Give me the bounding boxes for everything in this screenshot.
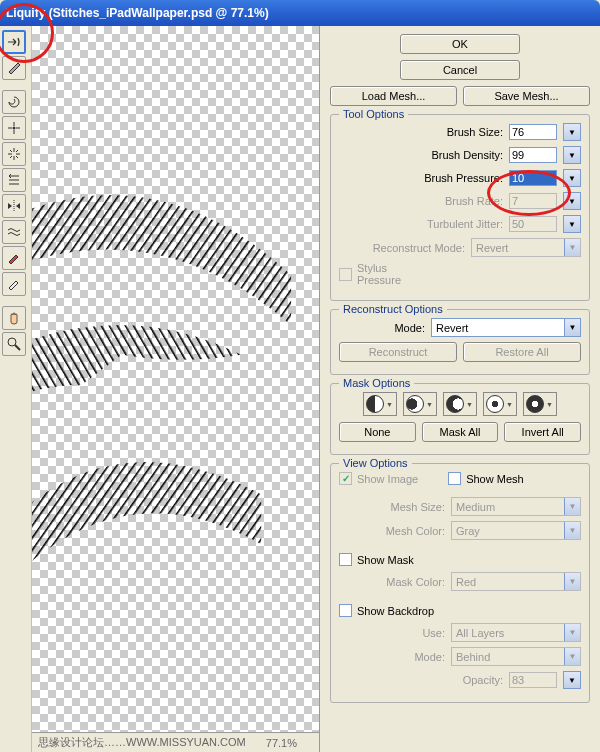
forward-warp-tool[interactable] <box>2 30 26 54</box>
save-mesh-button[interactable]: Save Mesh... <box>463 86 590 106</box>
mask-options-group: Mask Options ▼ ▼ ▼ ▼ ▼ None Mask All Inv… <box>330 383 590 455</box>
mask-invert-icon[interactable]: ▼ <box>523 392 557 416</box>
turbulent-jitter-label: Turbulent Jitter: <box>339 218 503 230</box>
restore-all-button: Restore All <box>463 342 581 362</box>
mesh-size-select: Medium▼ <box>451 497 581 516</box>
bloat-tool[interactable] <box>2 142 26 166</box>
svg-point-0 <box>13 127 16 130</box>
brush-density-label: Brush Density: <box>339 149 503 161</box>
show-backdrop-label: Show Backdrop <box>357 605 434 617</box>
brush-pressure-dd[interactable]: ▼ <box>563 169 581 187</box>
brush-density-input[interactable] <box>509 147 557 163</box>
mask-subtract-icon[interactable]: ▼ <box>443 392 477 416</box>
turbulence-tool[interactable] <box>2 220 26 244</box>
opacity-input <box>509 672 557 688</box>
canvas-content <box>32 26 319 744</box>
hand-tool[interactable] <box>2 306 26 330</box>
window-title: Liquify (Stitches_iPadWallpaper.psd @ 77… <box>6 6 269 20</box>
mask-invert-all-button[interactable]: Invert All <box>504 422 581 442</box>
pucker-tool[interactable] <box>2 116 26 140</box>
mask-intersect-icon[interactable]: ▼ <box>483 392 517 416</box>
reconstruct-mode-select: Revert▼ <box>471 238 581 257</box>
mask-all-button[interactable]: Mask All <box>422 422 499 442</box>
turbulent-jitter-dd: ▼ <box>563 215 581 233</box>
mode-label: Mode: <box>339 322 425 334</box>
brush-density-dd[interactable]: ▼ <box>563 146 581 164</box>
reconstruct-button: Reconstruct <box>339 342 457 362</box>
mask-replace-icon[interactable]: ▼ <box>363 392 397 416</box>
brush-pressure-label: Brush Pressure: <box>339 172 503 184</box>
mesh-size-label: Mesh Size: <box>339 501 445 513</box>
mask-options-legend: Mask Options <box>339 377 414 389</box>
view-options-legend: View Options <box>339 457 412 469</box>
dialog-body: 思缘设计论坛……WWW.MISSYUAN.COM 77.1% OK Cancel… <box>0 26 600 752</box>
view-options-group: View Options Show Image Show Mesh Mesh S… <box>330 463 590 703</box>
use-select: All Layers▼ <box>451 623 581 642</box>
mask-none-button[interactable]: None <box>339 422 416 442</box>
tool-options-legend: Tool Options <box>339 108 408 120</box>
titlebar: Liquify (Stitches_iPadWallpaper.psd @ 77… <box>0 0 600 26</box>
brush-rate-input <box>509 193 557 209</box>
cancel-button[interactable]: Cancel <box>400 60 520 80</box>
reconstruct-mode-select2[interactable]: Revert▼ <box>431 318 581 337</box>
ok-button[interactable]: OK <box>400 34 520 54</box>
brush-size-label: Brush Size: <box>339 126 503 138</box>
stylus-pressure-label: Stylus Pressure <box>357 262 401 286</box>
mask-add-icon[interactable]: ▼ <box>403 392 437 416</box>
options-panel: OK Cancel Load Mesh... Save Mesh... Tool… <box>320 26 600 752</box>
brush-pressure-input[interactable] <box>509 170 557 186</box>
thaw-mask-tool[interactable] <box>2 272 26 296</box>
load-mesh-button[interactable]: Load Mesh... <box>330 86 457 106</box>
reconstruct-mode-label: Reconstruct Mode: <box>339 242 465 254</box>
reconstruct-options-legend: Reconstruct Options <box>339 303 447 315</box>
opacity-label: Opacity: <box>339 674 503 686</box>
show-mesh-label: Show Mesh <box>466 473 523 485</box>
mask-color-label: Mask Color: <box>339 576 445 588</box>
show-backdrop-checkbox[interactable] <box>339 604 352 617</box>
brush-rate-label: Brush Rate: <box>339 195 503 207</box>
show-image-label: Show Image <box>357 473 418 485</box>
mirror-tool[interactable] <box>2 194 26 218</box>
reconstruct-options-group: Reconstruct Options Mode:Revert▼ Reconst… <box>330 309 590 375</box>
status-bar: 思缘设计论坛……WWW.MISSYUAN.COM 77.1% <box>32 732 319 752</box>
brush-size-dd[interactable]: ▼ <box>563 123 581 141</box>
push-left-tool[interactable] <box>2 168 26 192</box>
canvas-area[interactable]: 思缘设计论坛……WWW.MISSYUAN.COM 77.1% <box>32 26 320 752</box>
show-mask-label: Show Mask <box>357 554 414 566</box>
twirl-tool[interactable] <box>2 90 26 114</box>
zoom-tool[interactable] <box>2 332 26 356</box>
use-label: Use: <box>339 627 445 639</box>
mesh-color-label: Mesh Color: <box>339 525 445 537</box>
mask-color-select: Red▼ <box>451 572 581 591</box>
show-mesh-checkbox[interactable] <box>448 472 461 485</box>
freeze-mask-tool[interactable] <box>2 246 26 270</box>
show-mask-checkbox[interactable] <box>339 553 352 566</box>
status-text: 思缘设计论坛……WWW.MISSYUAN.COM <box>38 735 246 750</box>
liquify-toolbar <box>0 26 32 752</box>
brush-rate-dd: ▼ <box>563 192 581 210</box>
mesh-color-select: Gray▼ <box>451 521 581 540</box>
stylus-pressure-checkbox <box>339 268 352 281</box>
backdrop-mode-label: Mode: <box>339 651 445 663</box>
turbulent-jitter-input <box>509 216 557 232</box>
opacity-dd: ▼ <box>563 671 581 689</box>
backdrop-mode-select: Behind▼ <box>451 647 581 666</box>
show-image-checkbox <box>339 472 352 485</box>
reconstruct-tool[interactable] <box>2 56 26 80</box>
svg-point-1 <box>8 338 16 346</box>
zoom-level: 77.1% <box>266 737 297 749</box>
brush-size-input[interactable] <box>509 124 557 140</box>
tool-options-group: Tool Options Brush Size:▼ Brush Density:… <box>330 114 590 301</box>
